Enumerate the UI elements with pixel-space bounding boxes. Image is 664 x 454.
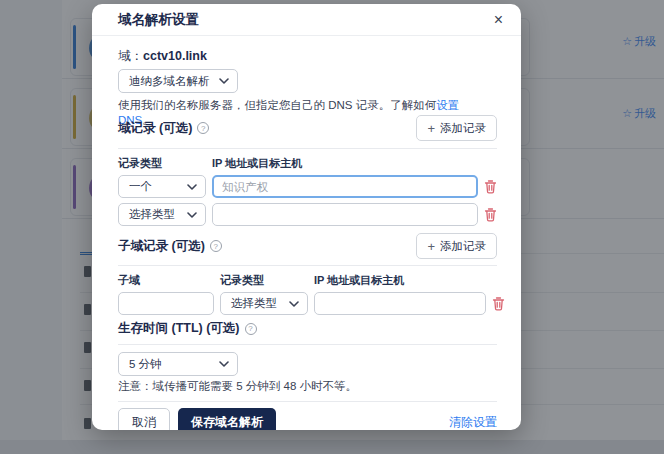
clear-settings-link[interactable]: 清除设置: [449, 414, 497, 431]
modal-title: 域名解析设置: [118, 11, 199, 29]
domain-value: cctv10.link: [143, 49, 207, 63]
col-ip-host: IP 地址或目标主机: [212, 156, 497, 171]
resolver-select[interactable]: 迪纳多域名解析: [118, 69, 238, 93]
domain-records-title: 域记录 (可选) ?: [118, 120, 209, 137]
trash-icon[interactable]: [484, 179, 497, 194]
subdomain-records-header: 子域记录 (可选) ? + 添加记录: [118, 233, 497, 259]
subdomain-record-row: 选择类型: [118, 292, 497, 315]
section-title-text: 域记录 (可选): [118, 120, 192, 137]
help-icon[interactable]: ?: [197, 122, 209, 134]
plus-icon: +: [427, 122, 435, 135]
trash-icon[interactable]: [484, 207, 497, 222]
chevron-down-icon: [187, 212, 197, 218]
save-dns-button[interactable]: 保存域名解析: [178, 408, 276, 430]
col-record-type: 记录类型: [220, 273, 308, 288]
trash-icon[interactable]: [492, 296, 505, 311]
modal-footer: 取消 保存域名解析 清除设置: [118, 408, 497, 430]
divider: [118, 344, 497, 345]
domain-record-row: 一个: [118, 175, 497, 198]
modal-body: 域：cctv10.link 迪纳多域名解析 使用我们的名称服务器，但指定您自己的…: [92, 36, 521, 430]
ttl-header: 生存时间 (TTL) (可选) ?: [118, 320, 497, 337]
domain-label: 域：: [118, 49, 143, 63]
description-text: 使用我们的名称服务器，但指定您自己的 DNS 记录。了解如何设置 DNS。: [118, 98, 497, 113]
record-type-value: 选择类型: [231, 296, 277, 311]
subdomain-records-title: 子域记录 (可选) ?: [118, 238, 222, 255]
domain-records-columns: 记录类型 IP 地址或目标主机: [118, 156, 497, 171]
chevron-down-icon: [187, 184, 197, 190]
description-prefix: 使用我们的名称服务器，但指定您自己的 DNS 记录。了解如何: [118, 99, 436, 111]
ip-host-input[interactable]: [212, 203, 478, 226]
ttl-select-value: 5 分钟: [129, 357, 162, 372]
modal-header: 域名解析设置 ×: [92, 4, 521, 36]
ip-host-input[interactable]: [212, 175, 478, 198]
help-icon[interactable]: ?: [245, 323, 257, 335]
record-type-value: 选择类型: [129, 207, 175, 222]
ttl-select[interactable]: 5 分钟: [118, 352, 238, 376]
divider: [118, 265, 497, 266]
ttl-title: 生存时间 (TTL) (可选) ?: [118, 320, 257, 337]
dns-settings-modal: 域名解析设置 × 域：cctv10.link 迪纳多域名解析 使用我们的名称服务…: [92, 4, 521, 430]
subdomain-input[interactable]: [118, 292, 214, 315]
chevron-down-icon: [219, 361, 229, 367]
domain-record-row: 选择类型: [118, 203, 497, 226]
chevron-down-icon: [219, 78, 229, 84]
help-icon[interactable]: ?: [210, 240, 222, 252]
ip-host-input[interactable]: [314, 292, 486, 315]
record-type-select[interactable]: 选择类型: [118, 203, 206, 226]
domain-records-header: 域记录 (可选) ? + 添加记录: [118, 115, 497, 141]
col-subdomain: 子域: [118, 273, 214, 288]
col-record-type: 记录类型: [118, 156, 206, 171]
propagation-note: 注意：域传播可能需要 5 分钟到 48 小时不等。: [118, 379, 497, 394]
divider: [118, 401, 497, 402]
subdomain-records-columns: 子域 记录类型 IP 地址或目标主机: [118, 273, 497, 288]
close-icon[interactable]: ×: [494, 12, 503, 28]
divider: [118, 148, 497, 149]
record-type-select[interactable]: 一个: [118, 175, 206, 198]
section-title-text: 生存时间 (TTL) (可选): [118, 320, 240, 337]
plus-icon: +: [427, 240, 435, 253]
resolver-select-value: 迪纳多域名解析: [129, 74, 210, 89]
section-title-text: 子域记录 (可选): [118, 238, 205, 255]
record-type-select[interactable]: 选择类型: [220, 292, 308, 315]
record-type-value: 一个: [129, 179, 152, 194]
add-subdomain-record-button[interactable]: + 添加记录: [416, 233, 497, 259]
col-ip-host: IP 地址或目标主机: [314, 273, 497, 288]
domain-line: 域：cctv10.link: [118, 48, 497, 65]
add-record-label: 添加记录: [440, 121, 486, 136]
add-domain-record-button[interactable]: + 添加记录: [416, 115, 497, 141]
cancel-button[interactable]: 取消: [118, 408, 170, 430]
chevron-down-icon: [289, 301, 299, 307]
add-record-label: 添加记录: [440, 239, 486, 254]
